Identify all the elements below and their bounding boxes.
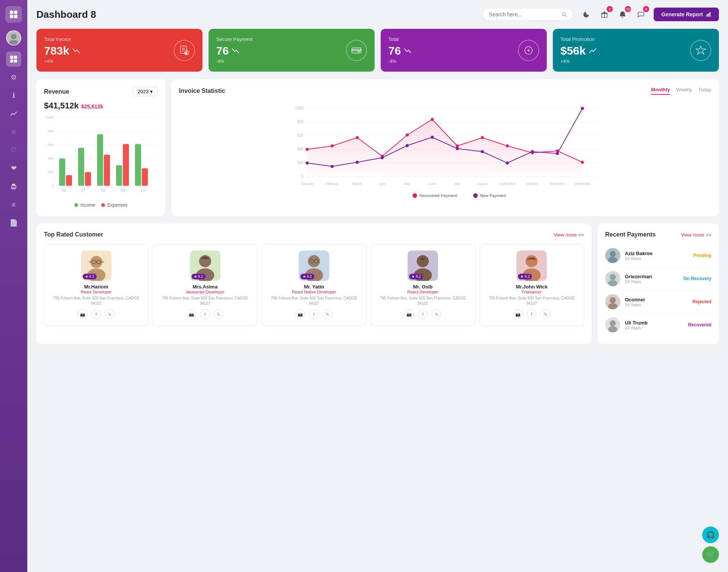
payment-item-2[interactable]: Oconner 24 Years Rejected xyxy=(605,290,711,313)
instagram-icon-4[interactable]: 📷 xyxy=(513,309,523,319)
svg-rect-53 xyxy=(135,144,141,186)
gifts-icon-btn[interactable]: 2 xyxy=(598,8,611,21)
revenue-legend: Income Expenses xyxy=(44,202,158,208)
expenses-legend-item: Expenses xyxy=(101,202,127,208)
sidebar-item-liked[interactable]: ❤ xyxy=(6,161,21,176)
svg-text:0: 0 xyxy=(52,184,53,188)
facebook-icon-4[interactable]: f xyxy=(527,309,537,319)
facebook-icon-1[interactable]: f xyxy=(200,309,210,319)
sidebar-item-analytics[interactable] xyxy=(6,106,21,121)
instagram-icon-0[interactable]: 📷 xyxy=(78,309,88,319)
svg-point-77 xyxy=(406,133,409,136)
sidebar-logo[interactable] xyxy=(5,6,22,23)
svg-rect-10 xyxy=(14,60,17,63)
customer-card-4[interactable]: ★ 4.2 Mr.John Wick Freelancer 795 Folsom… xyxy=(480,244,584,326)
customer-avatar-4: ★ 4.2 xyxy=(516,251,547,281)
search-input[interactable] xyxy=(489,11,559,17)
svg-point-146 xyxy=(610,320,616,326)
sidebar-item-settings[interactable]: ⚙ xyxy=(6,70,21,85)
sidebar-item-list[interactable]: ≡ xyxy=(6,197,21,212)
stat-card-promotion[interactable]: Total Promotion $56k +4% xyxy=(553,29,719,72)
payment-item-1[interactable]: Griezerman 24 Years On Recovery xyxy=(605,267,711,290)
tab-monthly[interactable]: Monthly xyxy=(651,87,670,95)
search-box[interactable] xyxy=(482,8,573,21)
svg-text:July: July xyxy=(454,182,461,186)
twitter-icon-4[interactable]: 𝕏 xyxy=(540,309,550,319)
dark-mode-toggle[interactable] xyxy=(579,8,593,21)
generate-report-button[interactable]: Generate Report xyxy=(654,8,719,21)
payment-icon xyxy=(346,40,367,61)
svg-point-81 xyxy=(506,144,509,147)
bell-icon-btn[interactable]: 12 xyxy=(616,8,629,21)
payment-status-3: Recovered xyxy=(688,322,711,328)
svg-rect-19 xyxy=(708,14,708,17)
tab-weekly[interactable]: Weekly xyxy=(676,87,692,95)
twitter-icon-1[interactable]: 𝕏 xyxy=(214,309,224,319)
svg-rect-9 xyxy=(10,60,13,63)
svg-point-141 xyxy=(608,280,617,286)
svg-rect-12 xyxy=(12,184,15,186)
svg-text:09: 09 xyxy=(121,188,125,193)
line-chart-svg: 1000 800 600 400 200 0 xyxy=(179,101,711,207)
customer-card-3[interactable]: ★ 4.2 Mr. Osib React Developer 795 Folso… xyxy=(371,244,475,326)
sidebar-item-favorites[interactable]: ♡ xyxy=(6,143,21,158)
svg-text:March: March xyxy=(352,182,362,186)
instagram-icon-1[interactable]: 📷 xyxy=(187,309,196,319)
customer-card-0[interactable]: ★ 4.2 Mr.Hariom React Developer 795 Fols… xyxy=(44,244,148,326)
facebook-icon-2[interactable]: f xyxy=(309,309,319,319)
payment-item-0[interactable]: Aziz Bakree 24 Years Pending xyxy=(605,244,711,267)
stat-card-payment[interactable]: Secure Payment 76 -4% xyxy=(209,29,375,72)
main-content: Dashboard 8 xyxy=(27,0,728,572)
total-icon xyxy=(518,40,539,61)
customer-avatar-0: ★ 4.2 xyxy=(81,251,111,281)
bottom-row: Top Rated Customer View more >> xyxy=(36,224,719,344)
twitter-icon-3[interactable]: 𝕏 xyxy=(431,309,441,319)
year-select[interactable]: 2023 ▾ xyxy=(133,87,158,96)
svg-point-93 xyxy=(506,161,509,165)
sidebar-item-dashboard[interactable] xyxy=(6,52,21,67)
cart-fab[interactable]: 🛒 xyxy=(702,546,719,563)
invoice-chart-card: Invoice Statistic Monthly Weekly Today xyxy=(171,79,719,216)
payment-item-3[interactable]: Uli Trumb 24 Years Recovered xyxy=(605,313,711,336)
customer-card-1[interactable]: ★ 4.2 Mrs.Asima Javascript Developer 795… xyxy=(153,244,257,326)
promotion-label: Total Promotion xyxy=(560,36,596,42)
trend-down2-icon xyxy=(232,48,239,54)
svg-point-30 xyxy=(358,51,359,52)
customers-view-more[interactable]: View more >> xyxy=(554,232,584,238)
svg-point-74 xyxy=(331,144,334,147)
facebook-icon-3[interactable]: f xyxy=(418,309,428,319)
facebook-icon-0[interactable]: f xyxy=(91,309,101,319)
sidebar-item-documents[interactable]: 📄 xyxy=(6,215,21,230)
svg-text:February: February xyxy=(325,182,339,186)
svg-point-95 xyxy=(556,152,559,155)
instagram-icon-3[interactable]: 📷 xyxy=(404,309,414,319)
payments-view-more[interactable]: View more >> xyxy=(681,232,711,238)
tab-today[interactable]: Today xyxy=(698,87,711,95)
support-fab[interactable]: 🎧 xyxy=(702,527,719,543)
avatar[interactable] xyxy=(6,30,21,45)
payment-age-3: 24 Years xyxy=(625,326,684,330)
svg-text:January: January xyxy=(301,182,314,186)
customer-role-2: React Native Developer xyxy=(266,290,362,294)
svg-text:New Payment: New Payment xyxy=(480,193,506,198)
customer-card-2[interactable]: ★ 4.2 Mr. Yatin React Native Developer 7… xyxy=(262,244,366,326)
promotion-value: $56k xyxy=(560,44,596,57)
twitter-icon-0[interactable]: 𝕏 xyxy=(105,309,115,319)
stat-card-total[interactable]: Total 76 -4% xyxy=(381,29,547,72)
revenue-title: Revenue xyxy=(44,88,69,95)
header-right: 2 12 5 Generate Report xyxy=(482,8,719,21)
sidebar-item-star[interactable]: ☆ xyxy=(6,124,21,139)
stat-card-invoice[interactable]: Total invoice 783k +4% $ xyxy=(36,29,202,72)
payment-avatar-1 xyxy=(605,271,620,286)
customers-grid: ★ 4.2 Mr.Hariom React Developer 795 Fols… xyxy=(44,244,584,326)
instagram-icon-2[interactable]: 📷 xyxy=(295,309,305,319)
trend-up-icon xyxy=(589,48,596,54)
sidebar-item-print[interactable] xyxy=(6,179,21,194)
revenue-secondary: $25,612k xyxy=(81,103,103,110)
sidebar-item-info[interactable]: ℹ xyxy=(6,88,21,103)
twitter-icon-2[interactable]: 𝕏 xyxy=(323,309,333,319)
chat-icon-btn[interactable]: 5 xyxy=(634,8,648,21)
payment-avatar-2 xyxy=(605,294,620,309)
svg-point-79 xyxy=(456,144,459,147)
svg-text:400: 400 xyxy=(297,147,303,151)
